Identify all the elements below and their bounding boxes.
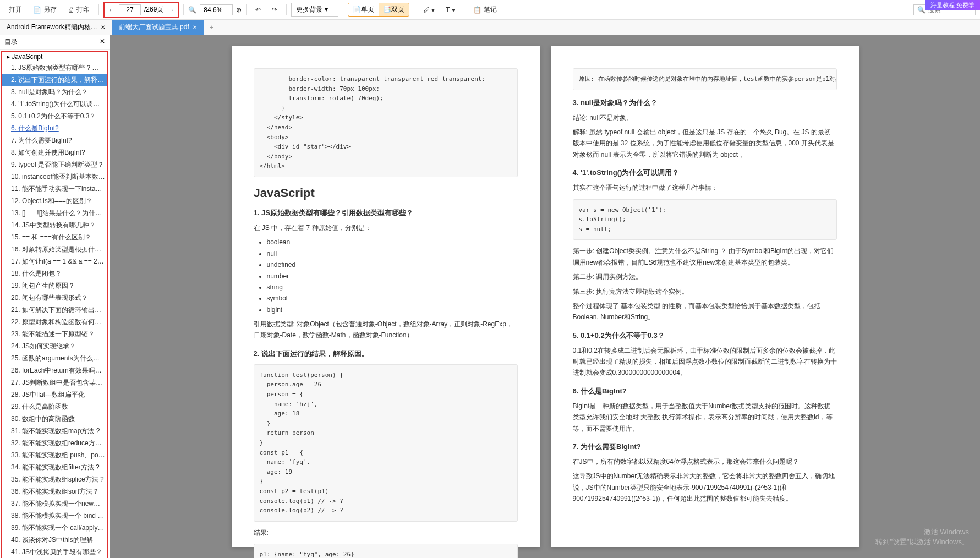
outline-item[interactable]: 37. 能不能模拟实现一个new的效果？: [2, 497, 107, 510]
pdf-viewport[interactable]: border-color: transparent transparent re…: [110, 35, 980, 558]
single-page-button[interactable]: 📄单页: [348, 3, 379, 16]
paragraph: 第一步: 创建Object类实例。注意为什么不是String ？ 由于Symbo…: [573, 245, 837, 268]
open-button[interactable]: 打开: [4, 3, 26, 17]
outline-item[interactable]: 7. 为什么需要BigInt?: [2, 134, 107, 146]
prev-page-button[interactable]: ←: [108, 6, 116, 14]
outline-item[interactable]: 11. 能不能手动实现一下instanceof的: [2, 183, 107, 195]
toolbar: 打开 📄 另存 🖨 打印 ← /269页 → 🔍 84.6% ⊕ ↶ ↷ 更换背…: [0, 0, 980, 20]
explanation-box: 原因: 在函数传参的时候传递的是对象在堆中的内存地址值，test函数中的实参pe…: [573, 68, 837, 90]
list-item: string: [267, 282, 518, 293]
paragraph: 解释: 虽然 typeof null 会输出 object，但是这只是 JS 存…: [573, 127, 837, 160]
note-button[interactable]: 📋 笔记: [469, 3, 501, 17]
outline-root[interactable]: ▸ JavaScript: [2, 52, 107, 62]
close-icon[interactable]: ✕: [100, 37, 105, 47]
question-heading: 6. 什么是BigInt?: [573, 386, 837, 396]
paragraph: 整个过程体现了 基本包装类型 的性质，而基本包装类型恰恰属于基本数据类型，包括B…: [573, 300, 837, 323]
highlight-tool[interactable]: 🖊 ▾: [419, 4, 439, 16]
list-item: boolean: [267, 237, 518, 248]
pdf-page-left: border-color: transparent transparent re…: [232, 46, 540, 547]
outline-item[interactable]: 16. 对象转原始类型是根据什么流程运: [2, 243, 107, 255]
outline-item[interactable]: 38. 能不能模拟实现一个 bind 的效果: [2, 510, 107, 522]
double-page-button[interactable]: 📑双页: [379, 3, 409, 16]
tab-android-framework[interactable]: Android Framework精编内核…✕: [0, 20, 112, 35]
outline-item[interactable]: 31. 能不能实现数组map方法 ?: [2, 425, 107, 437]
zoom-controls: 🔍 84.6% ⊕: [188, 4, 242, 15]
section-heading: JavaScript: [254, 186, 518, 200]
outline-item[interactable]: 6. 什么是BigInt?: [2, 122, 107, 134]
question-heading: 5. 0.1+0.2为什么不等于0.3？: [573, 331, 837, 341]
close-icon[interactable]: ✕: [193, 24, 197, 30]
outline-item[interactable]: 2. 说出下面运行的结果，解释原因。: [2, 74, 107, 86]
outline-item[interactable]: 12. Object.is和===的区别？: [2, 195, 107, 207]
paragraph: 结果:: [254, 527, 518, 538]
rotate-left-button[interactable]: ↶: [251, 4, 265, 16]
outline-item[interactable]: 25. 函数的arguments为什么不是数组: [2, 352, 107, 364]
outline-item[interactable]: 40. 谈谈你对JS中this的理解: [2, 534, 107, 546]
outline-item[interactable]: 30. 数组中的高阶函数: [2, 413, 107, 425]
outline-item[interactable]: 17. 如何让if(a == 1 && a == 2)条件: [2, 255, 107, 267]
question-heading: 1. JS原始数据类型有哪些？引用数据类型有哪些？: [254, 208, 518, 218]
question-heading: 7. 为什么需要BigInt?: [573, 442, 837, 452]
paragraph: 0.1和0.2在转换成二进制后会无限循环，由于标准位数的限制后面多余的位数会被截…: [573, 345, 837, 379]
list-item: bigint: [267, 304, 518, 315]
outline-item[interactable]: 3. null是对象吗？为什么？: [2, 86, 107, 98]
outline-item[interactable]: 8. 如何创建并使用BigInt?: [2, 146, 107, 158]
outline-item[interactable]: 22. 原型对象和构造函数有何关系？: [2, 316, 107, 328]
tab-frontend-interview[interactable]: 前端大厂面试题宝典.pdf✕: [112, 20, 204, 35]
outline-item[interactable]: 28. JS中flat---数组扁平化: [2, 389, 107, 401]
add-tab-button[interactable]: +: [204, 21, 219, 34]
outline-item[interactable]: 36. 能不能实现数组sort方法？: [2, 485, 107, 497]
outline-item[interactable]: 26. forEach中return有效果吗？如何中: [2, 364, 107, 376]
list-item: number: [267, 271, 518, 282]
list-item: symbol: [267, 293, 518, 304]
rotate-right-button[interactable]: ↷: [267, 4, 282, 16]
outline-item[interactable]: 35. 能不能实现数组splice方法 ?: [2, 473, 107, 485]
zoom-level-select[interactable]: 84.6%: [200, 4, 233, 15]
outline-item[interactable]: 5. 0.1+0.2为什么不等于0.3？: [2, 110, 107, 122]
outline-item[interactable]: 1. JS原始数据类型有哪些？引用数据类: [2, 62, 107, 74]
code-block: p1: {name: "fyq", age: 26} p2: {name: "h…: [254, 544, 518, 558]
outline-item[interactable]: 9. typeof 是否能正确判断类型？: [2, 158, 107, 171]
sidebar-header: 目录 ✕: [0, 35, 110, 50]
paragraph: 结论: null不是对象。: [573, 112, 837, 123]
search-icon: 🔍: [917, 6, 926, 14]
outline-item[interactable]: 27. JS判断数组中是否包含某个值: [2, 376, 107, 389]
paragraph: 第二步: 调用实例方法。: [573, 271, 837, 282]
outline-item[interactable]: 4. '1'.toString()为什么可以调用？: [2, 98, 107, 110]
zoom-in-button[interactable]: ⊕: [236, 6, 242, 14]
outline-item[interactable]: 41. JS中浅拷贝的手段有哪些？: [2, 546, 107, 558]
change-background-dropdown[interactable]: 更换背景 ▾: [291, 3, 338, 17]
outline-item[interactable]: 39. 能不能实现一个 call/apply 函数？: [2, 522, 107, 534]
code-block: border-color: transparent transparent re…: [254, 68, 518, 177]
paragraph: 在 JS 中，存在着 7 种原始值，分别是：: [254, 222, 518, 233]
outline-item[interactable]: 20. 闭包有哪些表现形式？: [2, 292, 107, 304]
paragraph: 在JS中，所有的数字都以双精度64位浮点格式表示，那这会带来什么问题呢？: [573, 456, 837, 467]
save-as-button[interactable]: 📄 另存: [29, 3, 61, 17]
outline-item[interactable]: 34. 能不能实现数组filter方法 ?: [2, 461, 107, 473]
outline-item[interactable]: 10. instanceof能否判断基本数据类型: [2, 171, 107, 183]
paragraph: 这导致JS中的Number无法精确表示非常大的整数，它会将非常大的整数四舍五入，…: [573, 471, 837, 504]
outline-item[interactable]: 15. == 和 ===有什么区别？: [2, 231, 107, 243]
outline-item[interactable]: 24. JS如何实现继承？: [2, 340, 107, 352]
outline-item[interactable]: 18. 什么是闭包？: [2, 267, 107, 280]
document-tabs: Android Framework精编内核…✕ 前端大厂面试题宝典.pdf✕ +: [0, 20, 980, 35]
outline-item[interactable]: 21. 如何解决下面的循环输出问题？: [2, 304, 107, 316]
close-icon[interactable]: ✕: [101, 24, 105, 30]
outline-item[interactable]: 14. JS中类型转换有哪几种？: [2, 219, 107, 231]
text-tool[interactable]: T ▾: [441, 4, 459, 16]
outline-item[interactable]: 33. 能不能实现数组 push、pop 方法: [2, 449, 107, 461]
print-button[interactable]: 🖨 打印: [63, 3, 94, 17]
outline-item[interactable]: 23. 能不能描述一下原型链？: [2, 328, 107, 340]
outline-item[interactable]: 19. 闭包产生的原因？: [2, 280, 107, 292]
code-block: function test(person) { person.age = 26 …: [254, 364, 518, 522]
list-item: null: [267, 248, 518, 259]
outline-item[interactable]: 13. [] == ![]结果是什么？为什么？: [2, 207, 107, 219]
page-number-input[interactable]: [119, 4, 141, 15]
promo-banner[interactable]: 海量教程 免费学: [925, 0, 980, 10]
bullet-list: booleannullundefinednumberstringsymbolbi…: [267, 237, 518, 315]
outline-item[interactable]: 32. 能不能实现数组reduce方法 ?: [2, 437, 107, 449]
paragraph: 其实在这个语句运行的过程中做了这样几件事情：: [573, 182, 837, 193]
zoom-out-button[interactable]: 🔍: [188, 6, 196, 14]
outline-item[interactable]: 29. 什么是高阶函数: [2, 401, 107, 413]
next-page-button[interactable]: →: [167, 6, 174, 14]
